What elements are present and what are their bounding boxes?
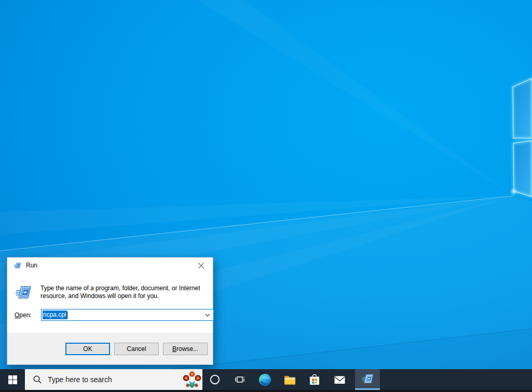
file-explorer-icon [283, 373, 296, 386]
ok-button[interactable]: OK [65, 343, 110, 355]
run-dialog-window: Run Type the name of a program, folder, … [7, 257, 213, 365]
file-explorer-button[interactable] [277, 369, 302, 390]
edge-icon [258, 373, 271, 386]
cortana-icon [209, 374, 221, 385]
microsoft-store-button[interactable] [302, 369, 327, 390]
run-taskbar-button[interactable] [355, 369, 380, 390]
cortana-button[interactable] [202, 369, 227, 390]
run-dialog-footer: OK Cancel Browse... [7, 333, 213, 364]
mail-icon [333, 373, 346, 386]
edge-button[interactable] [252, 369, 277, 390]
screen: Run Type the name of a program, folder, … [0, 0, 532, 392]
combobox-dropdown-button[interactable] [202, 309, 213, 320]
task-view-icon [234, 373, 246, 386]
search-highlights-flower-icon [182, 370, 202, 389]
search-input[interactable] [48, 375, 182, 384]
run-icon-large [14, 284, 33, 301]
open-combobox[interactable]: ncpa.cpl [41, 309, 214, 321]
open-label: Open: [15, 312, 32, 319]
mail-button[interactable] [327, 369, 352, 390]
cancel-button[interactable]: Cancel [114, 343, 159, 355]
close-icon [198, 263, 204, 268]
run-icon [13, 262, 22, 269]
run-dialog-title: Run [26, 262, 37, 269]
search-icon [33, 375, 42, 384]
windows-start-icon [8, 375, 17, 384]
microsoft-store-icon [308, 373, 321, 386]
browse-button[interactable]: Browse... [163, 343, 208, 355]
run-icon [362, 373, 374, 385]
task-view-button[interactable] [227, 369, 252, 390]
chevron-down-icon [205, 314, 210, 317]
search-highlights-button[interactable] [182, 369, 202, 390]
taskbar-search-box[interactable] [25, 369, 202, 390]
windows-logo-panes [512, 78, 532, 197]
open-combobox-selected-text[interactable]: ncpa.cpl [43, 310, 67, 319]
text-caret [67, 312, 67, 319]
screen-bottom-edge [0, 390, 532, 392]
start-button[interactable] [0, 369, 25, 390]
run-dialog-description: Type the name of a program, folder, docu… [40, 285, 214, 300]
close-button[interactable] [189, 258, 213, 273]
taskbar [0, 369, 532, 390]
run-dialog-titlebar[interactable]: Run [7, 258, 213, 273]
